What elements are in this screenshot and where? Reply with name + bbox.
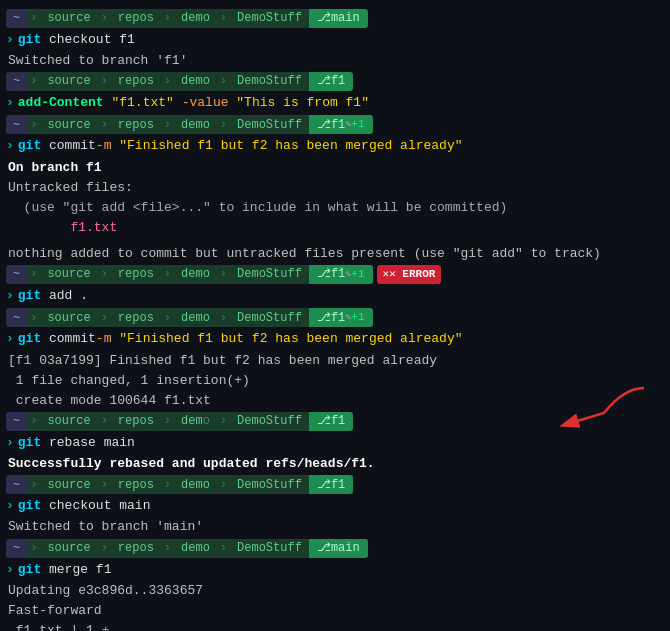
output-updating: Updating e3c896d..3363657 bbox=[6, 581, 664, 601]
prompt-breadcrumb: ~ › source › repos › demo › DemoStuff ⎇f… bbox=[6, 115, 373, 134]
cmd-args bbox=[104, 93, 112, 113]
output-create-mode-1: create mode 100644 f1.txt bbox=[6, 391, 664, 411]
prompt-breadcrumb: ~ › source › repos › demo › DemoStuff ⎇m… bbox=[6, 9, 368, 28]
cmd-args: checkout f1 bbox=[41, 30, 135, 50]
cmd-checkout-main: › git checkout main bbox=[6, 495, 664, 517]
branch-main: ⎇main bbox=[309, 9, 368, 28]
output-commit-hash: [f1 03a7199] Finished f1 but f2 has been… bbox=[6, 351, 664, 371]
prompt-line-f1-2: ~ › source › repos › demo › DemoStuff ⎇f… bbox=[6, 114, 664, 135]
output-f1txt: f1.txt bbox=[6, 218, 664, 238]
prompt-chevron: › bbox=[6, 93, 14, 113]
cmd-string-2: "This is from f1" bbox=[236, 93, 369, 113]
error-badge: ✕✕ ERROR bbox=[377, 265, 442, 284]
output-switched-main: Switched to branch 'main' bbox=[6, 517, 664, 537]
output-switched-f1: Switched to branch 'f1' bbox=[6, 51, 664, 71]
cmd-string-1: "f1.txt" bbox=[111, 93, 173, 113]
prompt-line-f1-1: ~ › source › repos › demo › DemoStuff ⎇f… bbox=[6, 71, 664, 92]
add-content-cmd: add-Content bbox=[18, 93, 104, 113]
source-segment: source bbox=[40, 9, 97, 28]
output-untracked: Untracked files: bbox=[6, 178, 664, 198]
prompt-breadcrumb: ~ › source › repos › demo › DemoStuff ⎇m… bbox=[6, 539, 368, 558]
cmd-addcontent: › add-Content "f1.txt" -value "This is f… bbox=[6, 92, 664, 114]
cmd-rebase-main: › git rebase main bbox=[6, 432, 664, 454]
tilde-segment: ~ bbox=[6, 9, 27, 28]
prompt-breadcrumb: ~ › source › repos › demo › DemoStuff ⎇f… bbox=[6, 475, 353, 494]
cmd-commit-2: › git commit -m "Finished f1 but f2 has … bbox=[6, 328, 664, 350]
prompt-breadcrumb: ~ › source › repos › demo › DemoStuff ⎇f… bbox=[6, 265, 441, 284]
output-use-git-add: (use "git add <file>..." to include in w… bbox=[6, 198, 664, 218]
tilde-segment: ~ bbox=[6, 72, 27, 91]
prompt-rebase-wrapper: ~ › source › repos › demo › DemoStuff ⎇f… bbox=[6, 411, 664, 432]
output-rebased: Successfully rebased and updated refs/he… bbox=[6, 454, 664, 474]
output-fast-forward: Fast-forward bbox=[6, 601, 664, 621]
prompt-breadcrumb: ~ › source › repos › demo › DemoStuff ⎇f… bbox=[6, 72, 353, 91]
demo-seg-cut: demo bbox=[174, 412, 217, 431]
prompt-breadcrumb: ~ › source › repos › demo › DemoStuff ⎇f… bbox=[6, 308, 373, 327]
prompt-breadcrumb: ~ › source › repos › demo › DemoStuff ⎇f… bbox=[6, 412, 353, 431]
cmd-merge-f1: › git merge f1 bbox=[6, 559, 664, 581]
output-f1txt-diff: f1.txt | 1 + bbox=[6, 621, 664, 631]
cmd-git: git bbox=[18, 30, 41, 50]
cmd-commit-1: › git commit -m "Finished f1 but f2 has … bbox=[6, 135, 664, 157]
output-text: Switched to branch 'f1' bbox=[8, 51, 187, 71]
cmd-add-dot: › git add . bbox=[6, 285, 664, 307]
prompt-line-f1-3: ~ › source › repos › demo › DemoStuff ⎇f… bbox=[6, 307, 664, 328]
cmd-flag: -value bbox=[182, 93, 229, 113]
prompt-line-f1-error: ~ › source › repos › demo › DemoStuff ⎇f… bbox=[6, 264, 664, 285]
prompt-chevron: › bbox=[6, 30, 14, 50]
output-on-branch: On branch f1 bbox=[6, 158, 664, 178]
output-nothing-added: nothing added to commit but untracked fi… bbox=[6, 244, 664, 264]
prompt-line-f1-4: ~ › source › repos › demo › DemoStuff ⎇f… bbox=[6, 411, 664, 432]
prompt-line-1: ~ › source › repos › demo › DemoStuff ⎇m… bbox=[6, 8, 664, 29]
demostuff-segment: DemoStuff bbox=[230, 9, 309, 28]
repos-segment: repos bbox=[111, 9, 161, 28]
output-1-file-changed: 1 file changed, 1 insertion(+) bbox=[6, 371, 664, 391]
cmd-checkout-f1: › git checkout f1 bbox=[6, 29, 664, 51]
demo-segment: demo bbox=[174, 9, 217, 28]
branch-f1: ⎇f1 bbox=[309, 72, 353, 91]
prompt-line-f1-5: ~ › source › repos › demo › DemoStuff ⎇f… bbox=[6, 474, 664, 495]
prompt-line-main-2: ~ › source › repos › demo › DemoStuff ⎇m… bbox=[6, 538, 664, 559]
terminal: ~ › source › repos › demo › DemoStuff ⎇m… bbox=[0, 0, 670, 631]
